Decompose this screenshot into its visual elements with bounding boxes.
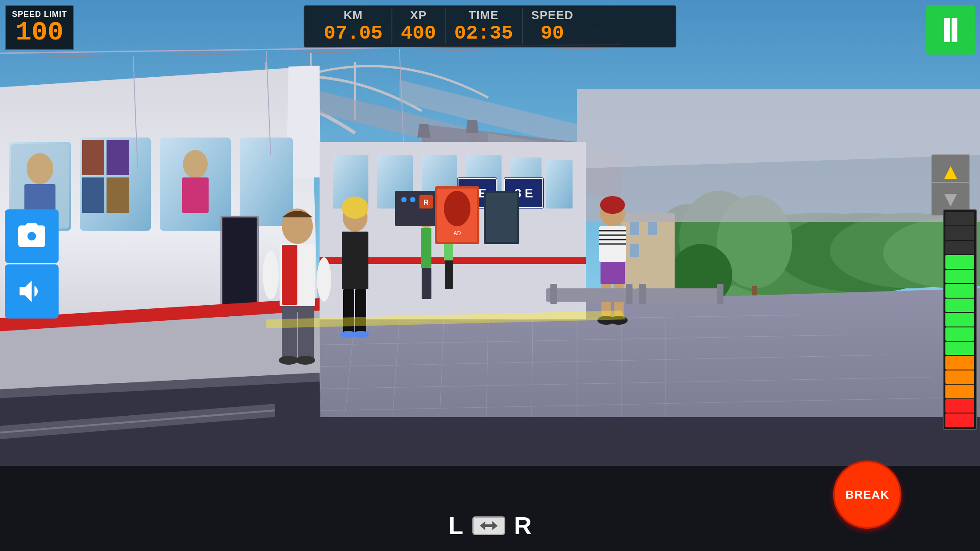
speed-gauge bbox=[943, 209, 977, 430]
break-label: BREAK bbox=[846, 488, 889, 502]
svg-rect-65 bbox=[240, 138, 293, 226]
svg-text:AD: AD bbox=[454, 230, 461, 236]
svg-point-90 bbox=[317, 257, 331, 302]
svg-point-63 bbox=[183, 150, 208, 178]
break-button[interactable]: BREAK bbox=[833, 460, 902, 529]
svg-rect-60 bbox=[82, 177, 104, 213]
gauge-segment-green bbox=[945, 255, 974, 268]
gauge-segment-red bbox=[945, 413, 974, 427]
svg-rect-125 bbox=[717, 284, 723, 304]
up-arrow-icon: ▲ bbox=[940, 161, 961, 182]
svg-rect-122 bbox=[626, 284, 632, 304]
svg-rect-104 bbox=[422, 268, 431, 299]
km-value: 07.05 bbox=[324, 22, 383, 44]
svg-text:R: R bbox=[423, 199, 429, 206]
game-scene: 3 E 3 E R AD bbox=[0, 0, 980, 551]
gauge-segment-orange bbox=[945, 385, 974, 398]
svg-point-109 bbox=[600, 196, 625, 214]
direction-arrows-icon bbox=[480, 521, 498, 530]
svg-marker-32 bbox=[577, 89, 980, 169]
pause-icon bbox=[944, 18, 957, 42]
svg-rect-99 bbox=[355, 289, 366, 334]
time-stat: TIME 02:35 bbox=[445, 8, 522, 44]
pause-button[interactable] bbox=[926, 5, 975, 54]
svg-point-96 bbox=[342, 197, 368, 219]
svg-rect-121 bbox=[550, 284, 557, 304]
gauge-segment-green bbox=[945, 299, 974, 312]
horn-icon bbox=[16, 275, 48, 307]
svg-point-101 bbox=[353, 331, 369, 338]
gauge-segment-green bbox=[945, 270, 974, 283]
svg-point-134 bbox=[410, 197, 415, 202]
svg-rect-14 bbox=[630, 222, 639, 235]
km-stat: KM 07.05 bbox=[315, 8, 392, 44]
svg-rect-98 bbox=[343, 289, 354, 334]
gauge-segment-empty bbox=[945, 241, 974, 254]
svg-rect-142 bbox=[486, 193, 517, 242]
svg-rect-59 bbox=[107, 140, 129, 175]
svg-point-89 bbox=[263, 251, 279, 299]
svg-rect-64 bbox=[182, 177, 209, 213]
time-value: 02:35 bbox=[454, 22, 513, 44]
gauge-segment-green bbox=[945, 284, 974, 297]
speed-limit-panel: SPEED LIMIT 100 bbox=[5, 5, 74, 50]
svg-rect-97 bbox=[342, 232, 368, 289]
svg-rect-123 bbox=[635, 288, 723, 302]
speed-label: SPEED bbox=[531, 8, 573, 22]
gauge-segment-red bbox=[945, 399, 974, 413]
game-container: 3 E 3 E R AD SPEED LIMIT bbox=[0, 0, 980, 551]
svg-rect-92 bbox=[298, 306, 314, 359]
svg-point-133 bbox=[401, 197, 407, 202]
svg-rect-103 bbox=[421, 228, 431, 268]
stats-bar: KM 07.05 XP 400 TIME 02:35 SPEED 90 bbox=[304, 5, 676, 47]
svg-point-94 bbox=[296, 356, 315, 365]
direction-left-label: L bbox=[448, 512, 463, 540]
svg-point-139 bbox=[444, 191, 470, 226]
gauge-segment-empty bbox=[945, 226, 974, 240]
gauge-segment-green bbox=[945, 342, 974, 355]
speed-value: 90 bbox=[541, 22, 564, 44]
horn-button[interactable] bbox=[5, 264, 59, 318]
svg-rect-15 bbox=[648, 222, 657, 235]
km-label: KM bbox=[344, 8, 363, 22]
svg-rect-58 bbox=[82, 140, 104, 175]
gauge-segment-orange bbox=[945, 356, 974, 369]
svg-rect-88 bbox=[282, 245, 297, 305]
svg-point-93 bbox=[279, 356, 298, 365]
svg-rect-107 bbox=[445, 260, 453, 289]
svg-point-55 bbox=[27, 153, 53, 184]
speed-limit-value: 100 bbox=[12, 19, 67, 46]
svg-rect-91 bbox=[282, 306, 297, 359]
gauge-segment-orange bbox=[945, 370, 974, 384]
gauge-segment-green bbox=[945, 327, 974, 341]
svg-marker-148 bbox=[480, 521, 498, 530]
direction-right-label: R bbox=[514, 512, 532, 540]
time-label: TIME bbox=[469, 8, 498, 22]
svg-rect-115 bbox=[601, 262, 625, 284]
svg-rect-16 bbox=[630, 244, 639, 257]
camera-icon bbox=[16, 220, 48, 252]
xp-value: 400 bbox=[401, 22, 436, 44]
gauge-segment-empty bbox=[945, 212, 974, 225]
camera-button[interactable] bbox=[5, 209, 59, 263]
speed-stat: SPEED 90 bbox=[522, 8, 582, 44]
direction-control: L R bbox=[448, 512, 532, 540]
down-arrow-icon: ▼ bbox=[940, 188, 961, 210]
svg-rect-120 bbox=[546, 288, 635, 302]
direction-button[interactable] bbox=[472, 516, 505, 535]
xp-stat: XP 400 bbox=[392, 8, 446, 44]
gauge-segment-green bbox=[945, 313, 974, 326]
svg-rect-61 bbox=[107, 177, 129, 213]
svg-marker-31 bbox=[466, 120, 478, 133]
svg-marker-30 bbox=[417, 124, 431, 138]
xp-label: XP bbox=[410, 8, 427, 22]
svg-rect-124 bbox=[639, 284, 646, 304]
svg-rect-85 bbox=[546, 160, 573, 209]
